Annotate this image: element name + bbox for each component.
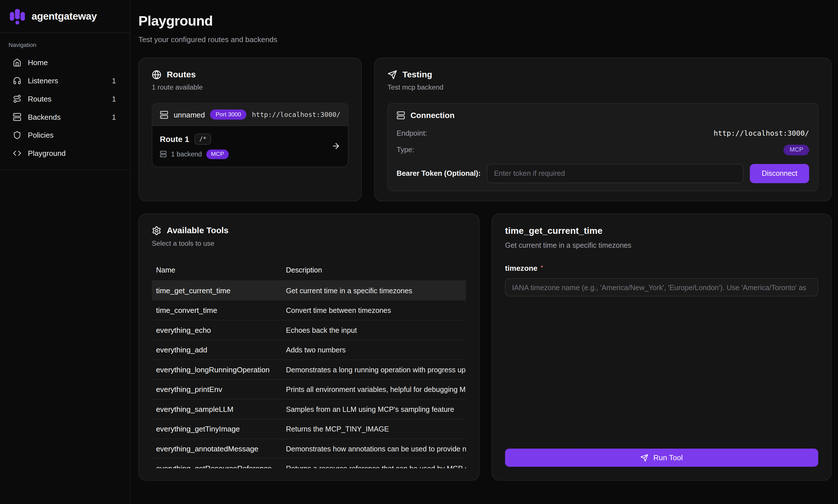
sidebar-divider [0,170,130,170]
listener-header: unnamed Port 3000 http://localhost:3000/ [152,104,348,126]
table-row[interactable]: everything_printEnv Prints all environme… [152,379,466,399]
tools-card-header: Available Tools [152,226,466,235]
sidebar: agentgateway Navigation Home Listeners 1… [0,0,130,504]
tool-name-cell: everything_getResourceReference [156,464,272,468]
brand-name: agentgateway [32,11,97,22]
listener-url: http://localhost:3000/ [252,111,341,119]
route-name: Route 1 [160,135,189,144]
available-tools-card: Available Tools Select a tools to use Na… [138,214,479,481]
tools-table: Name Description time_get_current_time G… [152,260,466,468]
run-tool-label: Run Tool [653,453,683,462]
endpoint-value: http://localhost:3000/ [714,129,809,137]
tool-description-cell: Adds two numbers [286,346,346,354]
listener-box: unnamed Port 3000 http://localhost:3000/… [152,103,348,167]
table-row[interactable]: time_convert_time Convert time between t… [152,300,466,320]
page-title: Playground [138,13,832,29]
sidebar-item-policies[interactable]: Policies [7,126,122,144]
table-row[interactable]: everything_getResourceReference Returns … [152,458,466,468]
timezone-field-label: timezone [505,264,537,272]
table-row[interactable]: everything_echo Echoes back the input [152,320,466,340]
routes-card-title: Routes [167,70,196,79]
testing-card-subtitle: Test mcp backend [387,83,818,91]
type-badge: MCP [784,145,809,155]
brand[interactable]: agentgateway [0,0,130,33]
sidebar-item-label: Listeners [28,76,106,85]
sidebar-item-label: Policies [28,131,109,139]
bearer-token-input[interactable] [487,164,744,183]
table-row[interactable]: everything_add Adds two numbers [152,340,466,360]
tool-description-cell: Demonstrates a long running operation wi… [286,366,466,374]
tool-name-cell: time_convert_time [156,306,217,314]
sidebar-item-label: Backends [28,113,106,121]
tool-name-cell: everything_annotatedMessage [156,444,258,453]
type-row: Type: MCP [397,141,809,159]
type-label: Type: [397,146,414,154]
panel-spacer [505,296,818,449]
gear-icon [152,226,161,235]
nav-section-label: Navigation [8,41,122,48]
table-row[interactable]: everything_sampleLLM Samples from an LLM… [152,399,466,419]
route-info: Route 1 /* 1 backend MCP [160,134,229,159]
sidebar-item-label: Playground [28,149,109,158]
tool-description-cell: Get current time in a specific timezones [286,287,412,295]
code-icon [13,149,21,158]
sidebar-item-count: 1 [112,113,117,121]
tool-title: time_get_current_time [505,226,818,237]
column-header-name: Name [152,260,281,281]
tool-name-cell: everything_echo [156,326,211,334]
bottom-cards-row: Available Tools Select a tools to use Na… [138,214,832,481]
testing-card-header: Testing [387,70,818,79]
tool-description-cell: Returns a resource reference that can be… [286,465,466,468]
timezone-input[interactable] [505,278,818,296]
disconnect-button[interactable]: Disconnect [750,164,809,183]
bearer-token-row: Bearer Token (Optional): Disconnect [397,164,809,183]
route-list-item[interactable]: Route 1 /* 1 backend MCP [152,126,348,166]
connection-header: Connection [397,111,809,120]
agentgateway-logo-icon [8,7,26,25]
nav-list: Home Listeners 1 Routes 1 Backends 1 Pol… [7,53,122,162]
table-row[interactable]: everything_getTinyImage Returns the MCP_… [152,419,466,438]
top-cards-row: Routes 1 route available unnamed Port 30… [138,58,832,201]
server-icon [397,111,405,120]
tool-description-cell: Convert time between timezones [286,307,391,314]
routes-card-header: Routes [152,70,348,79]
tool-name-cell: everything_longRunningOperation [156,365,269,374]
tool-description-cell: Prints all environment variables, helpfu… [286,386,466,394]
globe-icon [152,70,161,79]
sidebar-item-routes[interactable]: Routes 1 [7,90,122,108]
routes-card: Routes 1 route available unnamed Port 30… [138,58,362,201]
sidebar-item-label: Routes [28,94,106,103]
nav-section: Navigation Home Listeners 1 Routes 1 Bac… [0,33,130,170]
table-row[interactable]: time_get_current_time Get current time i… [152,281,466,300]
tool-subtitle: Get current time in a specific timezones [505,241,818,249]
sidebar-item-home[interactable]: Home [7,53,122,72]
app-root: agentgateway Navigation Home Listeners 1… [0,0,838,504]
required-marker: * [541,264,543,271]
tool-description-cell: Demonstrates how annotations can be used… [286,445,466,453]
listener-name: unnamed [174,110,205,119]
table-row[interactable]: everything_longRunningOperation Demonstr… [152,360,466,379]
sidebar-item-backends[interactable]: Backends 1 [7,108,122,126]
tool-description-cell: Returns the MCP_TINY_IMAGE [286,425,389,433]
sidebar-item-listeners[interactable]: Listeners 1 [7,72,122,90]
shield-icon [13,131,21,139]
tool-name-cell: everything_add [156,346,207,354]
sidebar-item-playground[interactable]: Playground [7,144,122,162]
route-protocol-badge: MCP [206,150,229,159]
route-backend-count: 1 backend [171,150,202,158]
tools-card-subtitle: Select a tools to use [152,239,466,247]
bearer-token-label: Bearer Token (Optional): [397,169,481,178]
column-header-description: Description [281,260,466,281]
headphones-icon [13,76,21,85]
sidebar-item-label: Home [28,58,109,67]
table-row[interactable]: everything_annotatedMessage Demonstrates… [152,438,466,458]
arrow-right-icon [331,142,341,151]
connection-title: Connection [411,111,455,120]
endpoint-label: Endpoint: [397,129,427,137]
endpoint-row: Endpoint: http://localhost:3000/ [397,125,809,141]
tools-card-title: Available Tools [167,226,229,235]
timezone-field-label-row: timezone * [505,264,818,272]
run-tool-button[interactable]: Run Tool [505,449,818,467]
port-badge: Port 3000 [210,109,246,120]
send-icon [387,70,397,79]
